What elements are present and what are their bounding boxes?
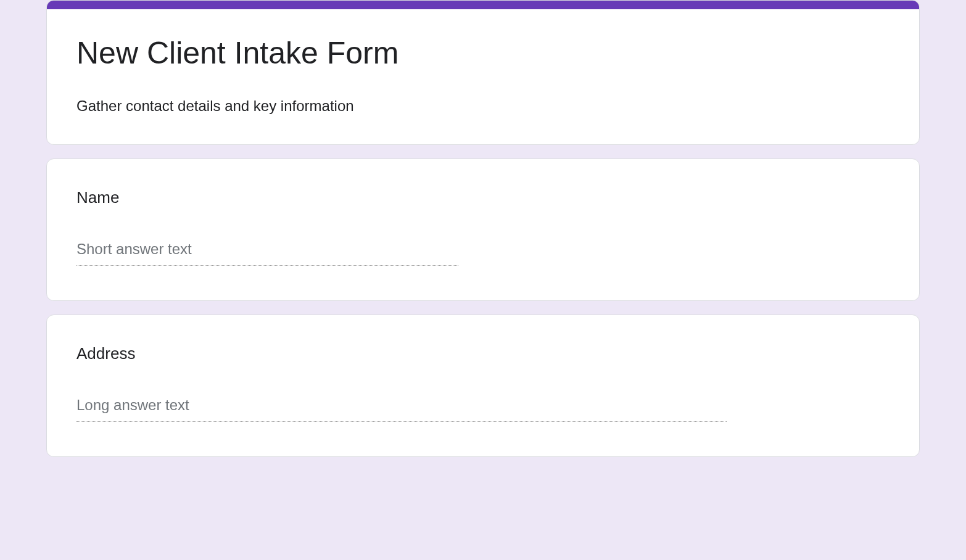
name-input[interactable]: Short answer text [76, 241, 458, 266]
question-title: Address [76, 342, 890, 364]
question-card-name: Name Short answer text [46, 159, 920, 301]
form-header-content: New Client Intake Form Gather contact de… [47, 9, 919, 144]
form-title: New Client Intake Form [76, 34, 890, 73]
form-container: New Client Intake Form Gather contact de… [39, 0, 927, 457]
question-title: Name [76, 186, 890, 208]
question-card-address: Address Long answer text [46, 315, 920, 457]
form-header-card: New Client Intake Form Gather contact de… [46, 0, 920, 145]
address-input[interactable]: Long answer text [76, 397, 727, 422]
form-description: Gather contact details and key informati… [76, 95, 890, 117]
form-accent-bar [47, 1, 919, 9]
